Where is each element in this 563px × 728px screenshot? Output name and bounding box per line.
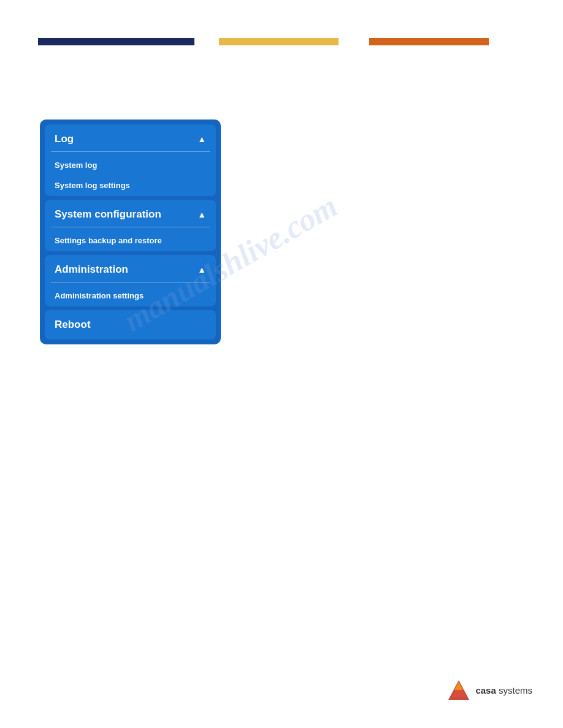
reboot-title: Reboot (55, 319, 91, 330)
administration-title: Administration (55, 264, 128, 276)
administration-header[interactable]: Administration ▲ (45, 255, 216, 282)
system-log-settings-item[interactable]: System log settings (45, 176, 216, 196)
sidebar: Log ▲ System log System log settings Sys… (40, 119, 221, 344)
administration-settings-item[interactable]: Administration settings (45, 286, 216, 306)
system-configuration-header[interactable]: System configuration ▲ (45, 200, 216, 227)
administration-chevron-icon: ▲ (197, 265, 206, 275)
system-configuration-divider (51, 227, 210, 227)
casa-logo-icon (447, 679, 470, 702)
bar-navy (38, 38, 194, 45)
bar-orange (369, 38, 489, 45)
log-section-header[interactable]: Log ▲ (45, 124, 216, 151)
administration-section: Administration ▲ Administration settings (45, 255, 216, 306)
svg-marker-2 (454, 681, 463, 690)
system-configuration-title: System configuration (55, 208, 161, 221)
bar-gold (219, 38, 339, 45)
top-bars (0, 38, 563, 45)
log-divider (51, 151, 210, 152)
logo-text: casa systems (475, 685, 532, 696)
log-section-title: Log (55, 133, 74, 145)
log-chevron-icon: ▲ (197, 134, 206, 144)
logo-area: casa systems (447, 679, 532, 702)
system-log-item[interactable]: System log (45, 156, 216, 176)
system-configuration-section: System configuration ▲ Settings backup a… (45, 200, 216, 251)
system-configuration-chevron-icon: ▲ (197, 210, 206, 219)
log-section: Log ▲ System log System log settings (45, 124, 216, 196)
administration-divider (51, 282, 210, 282)
reboot-section[interactable]: Reboot (45, 310, 216, 339)
settings-backup-restore-item[interactable]: Settings backup and restore (45, 231, 216, 251)
